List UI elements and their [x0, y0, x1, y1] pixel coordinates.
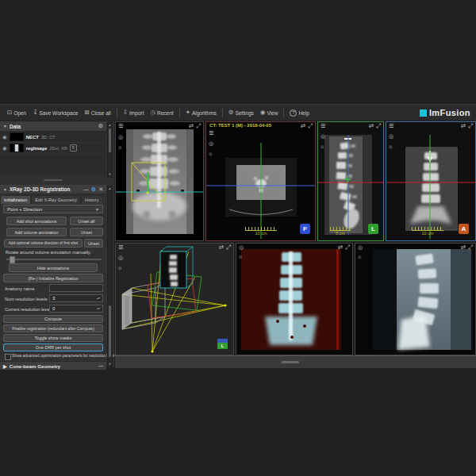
minimize-icon[interactable]: —	[98, 363, 103, 368]
save-workspace-button[interactable]: ↧Save Workspace	[29, 108, 81, 117]
tab-initialization[interactable]: Initialization	[0, 195, 31, 204]
visibility-eye-icon[interactable]: ◉	[2, 145, 7, 152]
orientation-badge-anterior: A	[459, 224, 469, 234]
help-button[interactable]: ?Help	[286, 108, 312, 118]
brightness-icon[interactable]: ☼	[208, 151, 213, 156]
brightness-icon[interactable]: ☼	[238, 254, 243, 259]
splitter-grab-handle[interactable]	[282, 361, 299, 363]
settings-button[interactable]: ⚙Settings	[225, 108, 257, 117]
swap-views-icon[interactable]: ⇄	[461, 123, 466, 129]
viewport-ct-coronal[interactable]: ☰ ◎ ☼ ⇄⤢	[115, 121, 204, 241]
viewport-menu-icon[interactable]: ☰	[118, 244, 123, 250]
panel-splitter-handle[interactable]	[44, 179, 63, 181]
visibility-eye-icon[interactable]: ◉	[2, 134, 7, 140]
compute-button[interactable]: Compute	[3, 315, 103, 323]
add-shot-annotations-button[interactable]: Add shot annotations	[6, 217, 67, 225]
focus-crosshair-icon[interactable]: ◎	[389, 133, 393, 139]
maximize-view-icon[interactable]: ⤢	[345, 244, 350, 251]
swap-views-icon[interactable]: ⇄	[338, 244, 343, 251]
maximize-view-icon[interactable]: ⤢	[468, 244, 473, 251]
toggle-show-masks-button[interactable]: Toggle show masks	[3, 334, 103, 342]
spinner-arrows-icon[interactable]: ▴▾	[97, 308, 100, 309]
recent-button[interactable]: ◷Recent	[147, 108, 176, 117]
view-button[interactable]: ◉View	[257, 108, 282, 117]
swap-views-icon[interactable]: ⇄	[301, 123, 305, 129]
open-button[interactable]: ⊡Open	[4, 108, 29, 117]
finalize-registration-button[interactable]: Finalize registration (redundant after C…	[3, 324, 103, 332]
algorithms-button[interactable]: ✦Algorithms	[182, 108, 220, 117]
scrollbar-thumb[interactable]	[109, 129, 111, 152]
initialize-registration-button[interactable]: (Re-) Initialize Registration	[3, 274, 103, 282]
rotate-slider[interactable]	[6, 256, 102, 262]
add-optional-direction-button[interactable]: Add optional volume direction of first s…	[4, 239, 83, 248]
orientation-cube[interactable]: L	[217, 338, 228, 350]
data-item-nect[interactable]: ◉ NECT 3D CT	[0, 132, 106, 143]
brightness-icon[interactable]: ☼	[320, 144, 324, 149]
data-panel-gear-icon[interactable]: ⚙	[98, 123, 103, 129]
close-all-button[interactable]: ⊠Close all	[82, 108, 114, 117]
hide-annotations-button[interactable]: Hide annotations	[9, 263, 98, 272]
data-panel-header[interactable]: ▼ Data ⚙	[0, 121, 106, 132]
scroll-up-icon[interactable]: ▲	[108, 186, 112, 191]
scroll-down-icon[interactable]: ▼	[108, 172, 112, 177]
unset-optional-button[interactable]: Unset	[84, 239, 103, 248]
brightness-icon[interactable]: ☼	[117, 144, 122, 150]
viewport-menu-icon[interactable]: ☰	[209, 130, 213, 136]
anatomy-name-input[interactable]	[49, 284, 103, 292]
swap-views-icon[interactable]: ⇄	[369, 123, 374, 129]
add-volume-annotation-button[interactable]: Add volume annotation	[6, 228, 67, 236]
unset-all-button[interactable]: Unset all	[70, 217, 103, 225]
focus-crosshair-icon[interactable]: ◎	[321, 133, 325, 139]
swap-views-icon[interactable]: ⇄	[219, 244, 224, 251]
focus-crosshair-icon[interactable]: ◎	[118, 255, 123, 260]
data-panel-scrollbar[interactable]: ▲ ▼	[107, 122, 113, 178]
viewport-drr-fusion[interactable]: ◎ ☼ ⇄⤢	[236, 243, 353, 355]
focus-crosshair-icon[interactable]: ◎	[209, 140, 213, 146]
focus-crosshair-icon[interactable]: ◎	[358, 244, 363, 250]
viewport-menu-icon[interactable]: ☰	[321, 123, 325, 129]
viewport-ct-sagittal[interactable]: ☰ ◎ ☼ ⇄⤢ 5 cm L	[317, 121, 384, 241]
current-resolution-level-spinner[interactable]: 0 ▴▾	[49, 305, 103, 313]
scroll-down-icon[interactable]: ▼	[108, 362, 112, 367]
focus-crosshair-icon[interactable]: ◎	[239, 244, 244, 250]
bottom-splitter-bar[interactable]	[115, 355, 476, 368]
maximize-view-icon[interactable]: ⤢	[196, 123, 201, 129]
maximize-view-icon[interactable]: ⤢	[376, 123, 381, 129]
num-resolution-levels-spinner[interactable]: 3 ▴▾	[49, 294, 103, 302]
slider-thumb[interactable]	[10, 256, 15, 263]
tab-edit-xray-geometry[interactable]: Edit X-Ray Geometry	[31, 195, 81, 204]
close-icon[interactable]: ✕	[98, 186, 103, 193]
focus-crosshair-icon[interactable]: ◎	[118, 134, 123, 140]
swap-views-icon[interactable]: ⇄	[461, 244, 466, 251]
init-mode-dropdown[interactable]: Point + Direction ▼	[3, 205, 103, 213]
viewport-ct-axial[interactable]: CT: TEST 1 (M) - 2018-04-05 ☰ ◎ ☼ ⇄⤢ 10 …	[205, 121, 316, 241]
panel-settings-gear-icon[interactable]: ⚙	[91, 186, 96, 193]
brightness-icon[interactable]: ☼	[357, 254, 362, 259]
viewport-menu-icon[interactable]: ☰	[389, 123, 393, 129]
brightness-icon[interactable]: ☼	[117, 265, 122, 271]
viewport-xray-lateral[interactable]: ◎ ☼ ⇄⤢	[355, 243, 476, 355]
import-button[interactable]: ⇩Import	[120, 108, 148, 117]
one-drr-per-shot-button[interactable]: One DRR per shot	[3, 344, 103, 351]
maximize-view-icon[interactable]: ⤢	[308, 123, 313, 129]
scrollbar-thumb[interactable]	[109, 305, 111, 357]
maximize-view-icon[interactable]: ⤢	[468, 123, 473, 129]
spinner-arrows-icon[interactable]: ▴▾	[97, 298, 100, 299]
unset-volume-button[interactable]: Unset	[70, 228, 103, 236]
cone-beam-geometry-section[interactable]: ▶ Cone-beam Geometry —	[0, 361, 106, 370]
minimize-icon[interactable]: —	[83, 186, 89, 192]
tab-history[interactable]: History	[81, 195, 102, 204]
scroll-up-icon[interactable]: ▲	[108, 123, 112, 128]
registration-panel-header[interactable]: ▼ XRay 2D-3D Registration — ⚙ ✕	[0, 185, 106, 194]
recent-clock-icon: ◷	[150, 109, 155, 116]
maximize-view-icon[interactable]: ⤢	[226, 244, 231, 251]
viewport-ct-coronal-2[interactable]: ☰ ◎ ☼ ⇄⤢ 10 cm A	[386, 121, 476, 241]
brightness-icon[interactable]: ☼	[388, 144, 393, 149]
chevron-down-icon: ▼	[95, 207, 99, 212]
swap-views-icon[interactable]: ⇄	[189, 123, 194, 129]
viewport-menu-icon[interactable]: ☰	[118, 123, 123, 129]
registration-panel-scrollbar[interactable]: ▲ ▼	[107, 186, 113, 367]
data-item-regimage[interactable]: ◉ regImage 2D+t XR R	[0, 143, 106, 154]
advanced-parameters-checkbox[interactable]	[5, 354, 11, 360]
viewport-3d-scene[interactable]: ☰ ◎ ☼ ⇄⤢ L	[115, 243, 234, 355]
